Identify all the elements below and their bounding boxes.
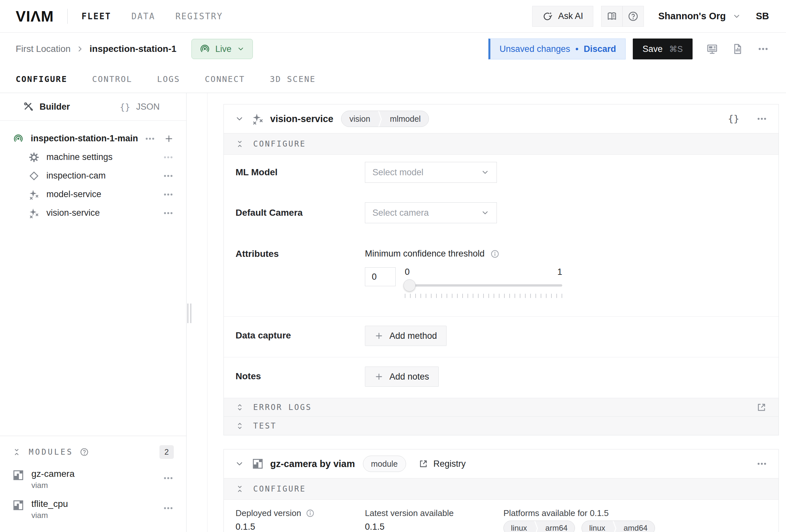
ask-ai-button[interactable]: Ask AI bbox=[532, 6, 593, 27]
collapse-card-button[interactable] bbox=[235, 114, 244, 123]
report-button[interactable] bbox=[732, 43, 743, 55]
configure-section-bar[interactable]: CONFIGURE bbox=[224, 133, 779, 155]
slider-track[interactable] bbox=[405, 279, 562, 292]
external-link-icon bbox=[756, 402, 767, 413]
ellipsis-icon bbox=[757, 43, 769, 55]
part-menu-button[interactable] bbox=[144, 133, 156, 144]
chevron-down-icon bbox=[235, 114, 244, 123]
org-switcher[interactable]: Shannon's Org bbox=[658, 11, 741, 22]
chevron-down-icon bbox=[481, 168, 489, 176]
info-icon[interactable] bbox=[306, 509, 315, 518]
save-button[interactable]: Save ⌘S bbox=[633, 39, 693, 59]
test-bar[interactable]: TEST bbox=[224, 416, 779, 435]
tree-item-inspection-cam[interactable]: inspection-cam bbox=[0, 166, 186, 185]
open-logs-button[interactable] bbox=[756, 402, 767, 413]
item-menu-button[interactable] bbox=[163, 152, 174, 163]
section-title: CONFIGURE bbox=[253, 484, 306, 493]
user-avatar[interactable]: SB bbox=[756, 11, 769, 22]
help-button[interactable] bbox=[623, 6, 644, 26]
config-sidebar: Builder {} JSON inspection-station-1-mai… bbox=[0, 93, 187, 532]
help-button-group bbox=[601, 6, 644, 27]
external-link-icon bbox=[418, 459, 428, 469]
item-menu-button[interactable] bbox=[163, 208, 174, 219]
select-placeholder: Select model bbox=[372, 167, 423, 177]
tab-connect[interactable]: CONNECT bbox=[205, 74, 245, 84]
add-method-button[interactable]: Add method bbox=[365, 326, 446, 346]
collapse-vertical-icon bbox=[235, 485, 244, 493]
module-item-tflite-cpu[interactable]: tflite_cpu viam bbox=[13, 499, 174, 519]
attributes-field: Minimum confidence threshold 0 1 bbox=[365, 249, 562, 298]
expand-vertical-icon bbox=[235, 403, 244, 412]
slider-handle[interactable] bbox=[403, 280, 416, 291]
section-title: ERROR LOGS bbox=[253, 403, 312, 412]
collapse-modules-button[interactable] bbox=[13, 448, 21, 456]
module-card-header: gz-camera by viam module Registry bbox=[224, 450, 779, 478]
card-menu-button[interactable] bbox=[756, 458, 767, 469]
tag-segment: linux bbox=[504, 521, 534, 532]
collapse-section-button[interactable] bbox=[235, 140, 244, 148]
platform-tags: linux arm64 linux amd64 bbox=[503, 521, 767, 532]
docs-button[interactable] bbox=[601, 6, 622, 26]
viam-logo[interactable]: VIΛM bbox=[16, 7, 53, 25]
chevron-down-icon bbox=[733, 12, 741, 21]
tab-3d-scene[interactable]: 3D SCENE bbox=[270, 74, 316, 84]
registry-link[interactable]: Registry bbox=[418, 459, 466, 469]
breadcrumb-chevron-icon bbox=[76, 45, 84, 53]
modules-help-button[interactable] bbox=[80, 448, 89, 457]
add-component-button[interactable] bbox=[164, 134, 174, 144]
service-sparkle-icon bbox=[29, 189, 39, 200]
diamond-component-icon bbox=[29, 171, 39, 181]
tree-item-main-part[interactable]: inspection-station-1-main bbox=[0, 129, 186, 148]
modules-count-badge: 2 bbox=[159, 445, 174, 459]
machine-dashboard-button[interactable] bbox=[706, 43, 718, 55]
expand-section-button[interactable] bbox=[235, 403, 244, 412]
tree-item-machine-settings[interactable]: machine settings bbox=[0, 148, 186, 166]
configure-section-bar[interactable]: CONFIGURE bbox=[224, 478, 779, 500]
chevron-down-icon bbox=[235, 459, 244, 468]
builder-toggle[interactable]: Builder bbox=[0, 93, 93, 120]
latest-version-value: 0.1.5 bbox=[365, 522, 503, 532]
nav-data[interactable]: DATA bbox=[131, 11, 155, 21]
attributes-row: Attributes Minimum confidence threshold … bbox=[224, 236, 779, 316]
view-json-button[interactable]: {} bbox=[728, 113, 739, 124]
card-menu-button[interactable] bbox=[756, 113, 767, 124]
default-camera-select[interactable]: Select camera bbox=[365, 202, 497, 223]
item-menu-button[interactable] bbox=[163, 189, 174, 200]
ellipsis-icon bbox=[756, 113, 767, 124]
threshold-input[interactable] bbox=[365, 267, 396, 286]
add-notes-button[interactable]: Add notes bbox=[365, 366, 439, 387]
service-type-tag: vision mlmodel bbox=[341, 111, 429, 127]
item-menu-button[interactable] bbox=[163, 170, 174, 182]
deployed-version-label-row: Deployed version bbox=[235, 508, 365, 518]
sidebar-resize-handle[interactable] bbox=[186, 303, 191, 323]
add-method-label: Add method bbox=[389, 331, 437, 341]
module-menu-button[interactable] bbox=[163, 473, 174, 484]
tab-logs[interactable]: LOGS bbox=[157, 74, 180, 84]
collapse-card-button[interactable] bbox=[235, 459, 244, 468]
primary-nav: FLEET DATA REGISTRY bbox=[82, 11, 223, 21]
chevron-down-icon bbox=[481, 209, 489, 217]
module-item-gz-camera[interactable]: gz-camera viam bbox=[13, 469, 174, 489]
tree-item-model-service[interactable]: model-service bbox=[0, 185, 186, 204]
error-logs-bar[interactable]: ERROR LOGS bbox=[224, 398, 779, 416]
module-menu-button[interactable] bbox=[163, 503, 174, 514]
more-menu-button[interactable] bbox=[757, 43, 769, 55]
expand-section-button[interactable] bbox=[235, 422, 244, 430]
field-label: ML Model bbox=[235, 162, 365, 177]
header-actions: Ask AI Shannon's Org SB bbox=[532, 6, 769, 27]
nav-registry[interactable]: REGISTRY bbox=[176, 11, 223, 21]
tree-item-vision-service[interactable]: vision-service bbox=[0, 204, 186, 222]
tab-control[interactable]: CONTROL bbox=[92, 74, 132, 84]
nav-fleet[interactable]: FLEET bbox=[82, 11, 111, 21]
ml-model-select[interactable]: Select model bbox=[365, 162, 497, 183]
breadcrumb-location[interactable]: First Location bbox=[16, 44, 71, 54]
collapse-section-button[interactable] bbox=[235, 485, 244, 493]
machine-status-badge[interactable]: Live bbox=[191, 39, 253, 59]
modules-panel: MODULES 2 gz-camera viam bbox=[0, 436, 186, 532]
discard-button[interactable]: Discard bbox=[584, 44, 616, 54]
broadcast-icon bbox=[200, 44, 210, 54]
status-label: Live bbox=[215, 44, 232, 54]
json-toggle[interactable]: {} JSON bbox=[93, 93, 186, 120]
info-icon[interactable] bbox=[490, 249, 500, 259]
tab-configure[interactable]: CONFIGURE bbox=[16, 74, 67, 84]
